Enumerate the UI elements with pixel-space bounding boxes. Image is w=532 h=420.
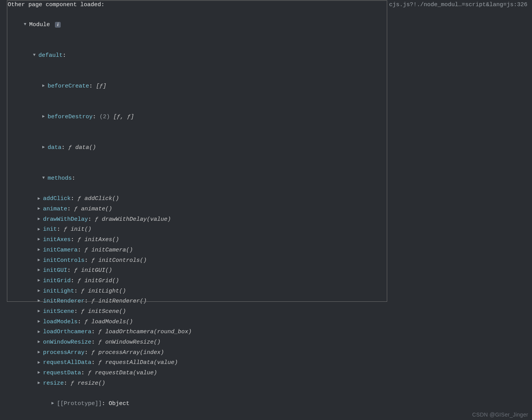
function-sig: initControls() — [98, 257, 147, 264]
tree-row[interactable]: initGrid: ƒ initGrid() — [8, 276, 532, 286]
methods-list: addClick: ƒ addClick()animate: ƒ animate… — [8, 194, 532, 389]
function-sig: initCamera() — [91, 247, 133, 253]
function-sig: resize() — [78, 380, 105, 387]
function-f: ƒ — [78, 236, 81, 243]
prop-key: initAxes — [43, 236, 71, 243]
function-f: ƒ — [68, 144, 72, 151]
tree-row[interactable]: loadModels: ƒ loadModels() — [8, 317, 532, 327]
disclosure-triangle-icon[interactable] — [38, 266, 43, 274]
disclosure-triangle-icon[interactable] — [38, 379, 43, 387]
function-f: ƒ — [71, 380, 74, 387]
tree-row[interactable]: requestAllData: ƒ requestAllData(value) — [8, 358, 532, 368]
tree-row[interactable]: loadOrthcamera: ƒ loadOrthcamera(round_b… — [8, 327, 532, 337]
function-f: ƒ — [74, 267, 78, 274]
tree-row[interactable]: resize: ƒ resize() — [8, 379, 532, 389]
tree-row[interactable]: beforeDestroy: (2) [ƒ, ƒ] — [8, 102, 532, 132]
disclosure-triangle-icon[interactable] — [38, 369, 43, 377]
tree-row[interactable]: beforeCreate: [ƒ] — [8, 71, 532, 102]
prop-key: requestAllData — [43, 359, 91, 366]
tree-row[interactable]: initAxes: ƒ initAxes() — [8, 235, 532, 245]
function-f: ƒ — [64, 226, 67, 233]
disclosure-triangle-icon[interactable] — [38, 328, 43, 336]
disclosure-triangle-icon[interactable] — [38, 349, 43, 356]
function-sig: animate() — [81, 206, 112, 212]
function-sig: processArray(index) — [98, 349, 164, 356]
prop-key: init — [43, 226, 57, 233]
console-log-header: Other page component loaded: cjs.js?!./n… — [0, 0, 532, 9]
tree-row[interactable]: animate: ƒ animate() — [8, 204, 532, 215]
tree-row-module[interactable]: Module i — [8, 10, 532, 40]
tree-row[interactable]: initLight: ƒ initLight() — [8, 286, 532, 297]
tree-row[interactable]: drawWithDelay: ƒ drawWithDelay(value) — [8, 215, 532, 225]
prop-key: beforeDestroy — [48, 114, 93, 120]
tree-row-methods[interactable]: methods: — [8, 163, 532, 194]
function-f: ƒ — [91, 257, 95, 264]
function-f: ƒ — [78, 195, 81, 202]
tree-row[interactable]: init: ƒ init() — [8, 225, 532, 235]
tree-row[interactable]: initControls: ƒ initControls() — [8, 256, 532, 266]
function-f: ƒ — [74, 206, 78, 212]
disclosure-triangle-icon[interactable] — [38, 338, 43, 346]
disclosure-triangle-icon[interactable] — [42, 144, 48, 151]
function-sig: drawWithDelay(value) — [102, 216, 171, 223]
tree-row[interactable]: initRenderer: ƒ initRenderer() — [8, 296, 532, 307]
tree-row[interactable]: initCamera: ƒ initCamera() — [8, 245, 532, 256]
function-sig: addClick() — [85, 195, 119, 202]
tree-row[interactable]: requestData: ƒ requestData(value) — [8, 368, 532, 379]
disclosure-triangle-icon[interactable] — [38, 287, 43, 295]
prop-key: resize — [43, 380, 64, 387]
prop-value: [ƒ] — [96, 83, 106, 89]
tree-row-default[interactable]: default: — [8, 40, 532, 71]
prop-key: initScene — [43, 308, 74, 315]
prop-key: loadOrthcamera — [43, 329, 91, 335]
prop-key: onWindowResize — [43, 339, 91, 346]
function-f: ƒ — [91, 349, 95, 356]
disclosure-triangle-icon[interactable] — [38, 195, 43, 203]
disclosure-triangle-icon[interactable] — [38, 277, 43, 284]
prop-key: methods — [48, 175, 72, 182]
prop-key: data — [48, 144, 61, 151]
prop-key: initRenderer — [43, 298, 85, 304]
disclosure-triangle-icon[interactable] — [42, 82, 48, 90]
function-sig: initGUI() — [81, 267, 112, 274]
disclosure-triangle-icon[interactable] — [38, 246, 43, 254]
array-count: (2) — [99, 114, 110, 120]
disclosure-triangle-icon[interactable] — [38, 236, 43, 243]
disclosure-triangle-icon[interactable] — [38, 308, 43, 315]
info-icon[interactable]: i — [55, 22, 61, 28]
tree-row[interactable]: data: ƒ data() — [8, 132, 532, 163]
prop-value: [ƒ, ƒ] — [113, 114, 134, 120]
disclosure-triangle-icon[interactable] — [51, 400, 57, 407]
disclosure-triangle-icon[interactable] — [42, 174, 48, 182]
tree-row[interactable]: initScene: ƒ initScene() — [8, 307, 532, 317]
function-sig: initGrid() — [85, 278, 119, 284]
function-f: ƒ — [98, 329, 102, 335]
disclosure-triangle-icon[interactable] — [38, 297, 43, 305]
prop-key: requestData — [43, 370, 81, 376]
prop-key: beforeCreate — [48, 83, 89, 89]
prop-key: addClick — [43, 195, 71, 202]
tree-row[interactable]: addClick: ƒ addClick() — [8, 194, 532, 204]
disclosure-triangle-icon[interactable] — [38, 215, 43, 223]
tree-row[interactable]: onWindowResize: ƒ onWindowResize() — [8, 337, 532, 348]
source-link[interactable]: cjs.js?!./node_modul…=script&lang=js:326 — [389, 2, 527, 8]
disclosure-triangle-icon[interactable] — [38, 318, 43, 326]
disclosure-triangle-icon[interactable] — [24, 21, 29, 28]
function-f: ƒ — [85, 247, 88, 253]
tree-row-prototype[interactable]: [[Prototype]]: Object — [8, 389, 532, 419]
tree-row[interactable]: processArray: ƒ processArray(index) — [8, 348, 532, 358]
prop-key: drawWithDelay — [43, 216, 88, 223]
function-f: ƒ — [98, 339, 102, 346]
disclosure-triangle-icon[interactable] — [38, 205, 43, 213]
prop-key: animate — [43, 206, 67, 212]
disclosure-triangle-icon[interactable] — [38, 359, 43, 367]
function-sig: requestData(value) — [95, 370, 157, 376]
object-tree: Module i default: beforeCreate: [ƒ] befo… — [0, 9, 532, 420]
disclosure-triangle-icon[interactable] — [42, 113, 48, 121]
tree-row[interactable]: initGUI: ƒ initGUI() — [8, 266, 532, 276]
disclosure-triangle-icon[interactable] — [38, 226, 43, 233]
disclosure-triangle-icon[interactable] — [33, 51, 38, 59]
prop-value: Object — [109, 400, 129, 407]
disclosure-triangle-icon[interactable] — [38, 256, 43, 264]
function-f: ƒ — [91, 298, 95, 304]
